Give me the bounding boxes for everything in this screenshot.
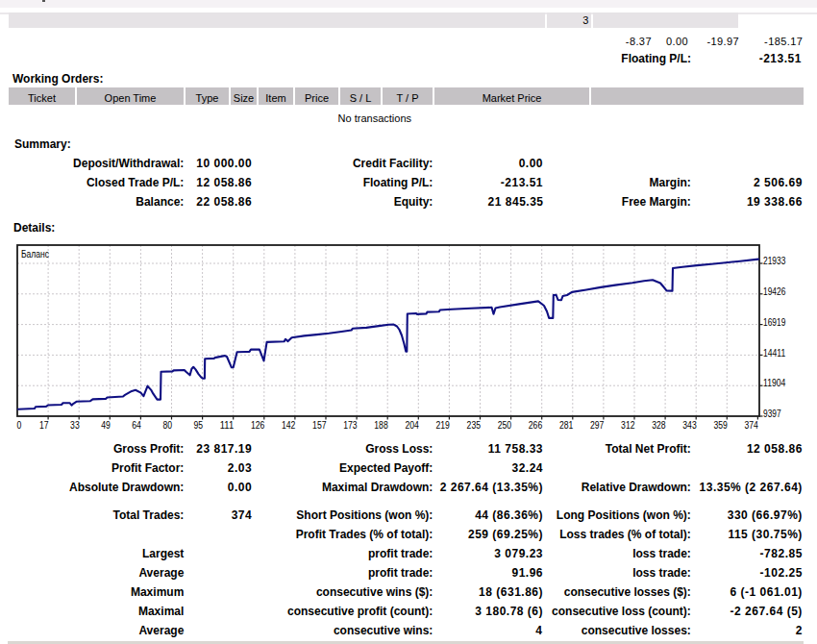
svg-text:281: 281 — [559, 419, 574, 431]
svg-text:21933: 21933 — [763, 255, 785, 266]
svg-text:0: 0 — [17, 419, 22, 431]
svg-text:16919: 16919 — [763, 316, 785, 328]
svg-text:235: 235 — [467, 419, 482, 431]
svg-text:64: 64 — [132, 419, 141, 431]
svg-text:33: 33 — [70, 419, 80, 431]
svg-text:173: 173 — [343, 419, 358, 431]
svg-text:9397: 9397 — [763, 408, 781, 419]
svg-text:142: 142 — [282, 419, 296, 431]
svg-text:19426: 19426 — [763, 285, 785, 297]
svg-text:266: 266 — [529, 419, 543, 431]
svg-text:374: 374 — [745, 419, 759, 431]
svg-text:328: 328 — [652, 419, 666, 431]
svg-text:157: 157 — [312, 419, 327, 431]
svg-text:11904: 11904 — [763, 377, 785, 388]
svg-text:343: 343 — [682, 419, 697, 431]
svg-text:14411: 14411 — [763, 347, 785, 359]
svg-text:297: 297 — [590, 419, 605, 431]
svg-text:204: 204 — [405, 419, 419, 431]
svg-text:359: 359 — [713, 419, 728, 431]
svg-text:95: 95 — [194, 419, 204, 431]
svg-text:312: 312 — [621, 419, 635, 431]
svg-text:80: 80 — [162, 419, 172, 431]
svg-text:17: 17 — [39, 419, 49, 431]
svg-text:250: 250 — [498, 419, 512, 431]
svg-text:49: 49 — [101, 419, 111, 431]
svg-text:188: 188 — [374, 419, 388, 431]
svg-text:126: 126 — [251, 419, 265, 431]
svg-text:Баланс: Баланс — [21, 248, 49, 260]
svg-text:219: 219 — [436, 419, 451, 431]
svg-text:111: 111 — [220, 419, 235, 431]
